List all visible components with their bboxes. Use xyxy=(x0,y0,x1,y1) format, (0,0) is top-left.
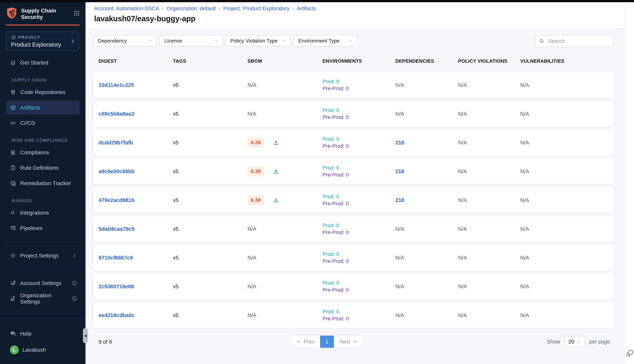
dependencies-link[interactable]: 218 xyxy=(395,168,404,174)
sidebar-item-label: Project Settings xyxy=(20,252,59,259)
sidebar-item-label: Organization Settings xyxy=(20,292,68,305)
sidebar-item-label: Rule Definitions xyxy=(20,165,59,171)
preprod-count: Pre-Prod: 0 xyxy=(323,200,395,207)
sbom-score-badge[interactable]: 6.38 xyxy=(247,166,264,176)
policy-violations-cell: N/A xyxy=(458,255,520,261)
dependencies-cell: 218 xyxy=(395,140,458,146)
sbom-score-badge[interactable]: 6.38 xyxy=(247,138,264,148)
digest-link[interactable]: dcdd29b7fafb xyxy=(99,140,133,146)
sidebar-item-organization-settings[interactable]: Organization Settings xyxy=(6,292,80,306)
page-number-button[interactable]: 1 xyxy=(320,336,334,348)
layers-gear-icon xyxy=(10,280,16,286)
tags-cell: v5 xyxy=(173,226,247,232)
dependencies-link[interactable]: 218 xyxy=(395,140,404,146)
sidebar-item-help[interactable]: ? Help xyxy=(6,327,80,341)
tags-cell: v5 xyxy=(173,82,247,88)
artifact-row: 2c5365718e88v5N/AProd: 0Pre-Prod: 0N/AN/… xyxy=(93,274,614,300)
help-chat-icon: ? xyxy=(10,331,16,337)
digest-link[interactable]: 5dab9caa79c5 xyxy=(99,226,135,232)
user-menu[interactable]: L Lavakush xyxy=(6,346,80,354)
filter-dropdown-policy-violation-type[interactable]: Policy Violation Type xyxy=(226,35,291,46)
app-switcher-grid-icon[interactable] xyxy=(73,10,81,17)
breadcrumb-separator: › xyxy=(292,6,294,11)
breadcrumb-link[interactable]: Project: Product Exploratory xyxy=(223,6,289,12)
user-avatar: L xyxy=(10,346,19,354)
prev-page-button[interactable]: Prev xyxy=(291,336,320,348)
environments-cell: Prod: 0Pre-Prod: 0 xyxy=(323,164,395,178)
tags-cell: v5 xyxy=(173,312,247,318)
sidebar-item-pipelines[interactable]: Pipelines xyxy=(6,221,80,235)
digest-link[interactable]: 2c5365718e88 xyxy=(99,284,134,290)
sbom-cell: N/A xyxy=(247,284,323,290)
page-title: lavakush07/easy-buggy-app xyxy=(94,14,624,23)
project-selector[interactable]: PROJECT Product Exploratory xyxy=(6,32,79,51)
dependencies-na: N/A xyxy=(395,226,404,232)
artifact-row: 479e2acd981bv56.38Prod: 0Pre-Prod: 0218N… xyxy=(93,187,614,213)
filter-label: Environment Type xyxy=(298,38,340,44)
support-chat-icon[interactable] xyxy=(625,348,634,358)
breadcrumb: Account: Automation-SSCA›Organization: d… xyxy=(94,6,624,11)
preprod-count: Pre-Prod: 0 xyxy=(323,315,395,322)
sidebar-item-artifacts[interactable]: Artifacts xyxy=(6,100,80,114)
search-input[interactable] xyxy=(548,38,610,44)
environments-cell: Prod: 0Pre-Prod: 0 xyxy=(323,280,395,294)
sidebar-item-get-started[interactable]: Get Started xyxy=(6,56,80,70)
app-window: Supply Chain Security PROJECT Product Ex… xyxy=(0,0,634,364)
sidebar-item-project-settings[interactable]: Project Settings xyxy=(6,249,80,263)
sbom-cell: N/A xyxy=(247,226,323,232)
next-page-button[interactable]: Next xyxy=(334,336,363,348)
dependencies-cell: N/A xyxy=(395,111,458,117)
sidebar-section-label: SUPPLY CHAIN xyxy=(6,78,80,83)
sidebar-section-label: MANAGE xyxy=(6,198,80,203)
dependencies-na: N/A xyxy=(395,312,404,318)
vulnerabilities-cell: N/A xyxy=(520,197,614,203)
dependencies-link[interactable]: 218 xyxy=(395,197,404,203)
vulnerabilities-cell: N/A xyxy=(520,226,614,232)
breadcrumb-link[interactable]: Account: Automation-SSCA xyxy=(94,6,159,12)
vulnerabilities-cell: N/A xyxy=(520,284,614,290)
filter-dropdown-dependency[interactable]: Dependency xyxy=(93,35,157,46)
breadcrumb-link[interactable]: Organization: default xyxy=(167,6,216,12)
preprod-count: Pre-Prod: 0 xyxy=(323,85,395,92)
page-size-select[interactable]: 20 xyxy=(565,336,585,347)
chevron-down-icon xyxy=(577,340,581,344)
digest-link[interactable]: a9c6e00c66bb xyxy=(99,168,135,174)
sidebar-item-ci-cd[interactable]: CI/CD xyxy=(6,116,80,130)
box-tool-icon xyxy=(10,180,16,186)
filter-dropdown-environment-type[interactable]: Environment Type xyxy=(293,35,357,46)
filter-dropdown-license[interactable]: License xyxy=(160,35,223,46)
digest-link[interactable]: 479e2acd981b xyxy=(99,197,135,203)
digest-link[interactable]: 9710cf6667c9 xyxy=(99,255,133,261)
sidebar-item-compliance[interactable]: Compliance xyxy=(6,146,80,160)
sidebar-item-code-repositories[interactable]: Code Repositories xyxy=(6,85,80,99)
main-content: Account: Automation-SSCA›Organization: d… xyxy=(86,2,624,364)
sbom-score-badge[interactable]: 6.38 xyxy=(247,195,264,205)
tags-cell: v5 xyxy=(173,197,247,203)
sidebar-item-account-settings[interactable]: Account Settings xyxy=(6,276,80,290)
sidebar-item-remediation-tracker[interactable]: Remediation Tracker xyxy=(6,176,80,190)
sidebar-item-rule-definitions[interactable]: Rule Definitions xyxy=(6,161,80,175)
tags-cell: v5 xyxy=(173,140,247,146)
sbom-download-icon[interactable] xyxy=(273,168,279,175)
sidebar-item-integrations[interactable]: Integrations xyxy=(6,206,80,220)
sidebar-item-label: Artifacts xyxy=(20,104,40,111)
prod-count: Prod: 0 xyxy=(323,222,395,229)
digest-link[interactable]: 33d114e1c225 xyxy=(99,82,134,88)
sidebar-item-label: Compliance xyxy=(20,150,49,156)
tags-cell: v5 xyxy=(173,168,247,174)
prod-count: Prod: 0 xyxy=(323,193,395,200)
sidebar-collapse-handle[interactable]: ◀ xyxy=(83,328,88,343)
breadcrumb-separator: › xyxy=(219,6,220,11)
search-box[interactable] xyxy=(535,35,614,47)
digest-link[interactable]: c69c5b6a8ae2 xyxy=(99,111,134,117)
digest-link[interactable]: ee4218cdba0c xyxy=(99,312,135,318)
breadcrumb-link[interactable]: Artifacts xyxy=(297,6,316,12)
prod-count: Prod: 0 xyxy=(323,280,395,286)
dependencies-na: N/A xyxy=(395,255,404,261)
search-icon xyxy=(539,38,545,44)
environments-cell: Prod: 0Pre-Prod: 0 xyxy=(323,78,395,92)
sbom-download-icon[interactable] xyxy=(273,139,279,146)
filter-label: License xyxy=(164,38,182,44)
dependencies-cell: N/A xyxy=(395,82,458,88)
sbom-download-icon[interactable] xyxy=(273,197,279,204)
